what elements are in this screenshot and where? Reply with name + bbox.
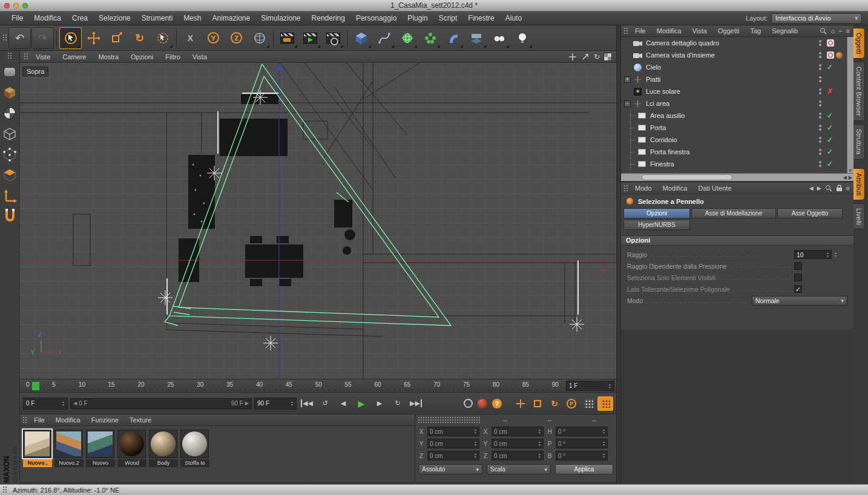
timeline-scrubber[interactable] <box>31 381 40 391</box>
light-button[interactable] <box>511 27 533 49</box>
range-start-grip-icon[interactable]: ◀ <box>73 401 77 406</box>
deformer-button[interactable] <box>442 27 464 49</box>
window-controls[interactable] <box>4 3 28 8</box>
coordinate-mode-dropdown[interactable]: Assoluto▾ <box>418 464 482 474</box>
lock-z-button[interactable]: Z <box>225 27 248 49</box>
collapse-expand-icon[interactable]: − <box>624 100 631 107</box>
visibility-dots[interactable] <box>816 40 824 46</box>
render-view-button[interactable] <box>276 27 298 49</box>
tollerante-checkbox[interactable] <box>794 285 802 293</box>
vertical-scrollbar[interactable] <box>847 37 853 173</box>
stepper-icon[interactable] <box>474 428 477 434</box>
make-editable-button[interactable] <box>1 64 19 80</box>
tab-oggetti[interactable]: Oggetti <box>853 28 865 59</box>
size-y-field[interactable]: 0 cm <box>492 439 544 448</box>
material-thumbnail[interactable] <box>180 430 209 458</box>
om-menu-file[interactable]: File <box>630 27 651 34</box>
visibility-dots[interactable] <box>816 88 824 94</box>
tab-attributi[interactable]: Attributi <box>853 168 865 200</box>
timeline-ruler[interactable]: 0510 152025 303540 455055 606570 758085 … <box>20 379 616 392</box>
om-menu-oggetti[interactable]: Oggetti <box>713 27 744 34</box>
material-thumbnail[interactable] <box>117 430 146 458</box>
keying-help-button[interactable]: ? <box>492 399 502 408</box>
stepper-icon[interactable] <box>62 401 65 407</box>
menu-file[interactable]: File <box>6 14 28 22</box>
camera-button[interactable] <box>488 27 510 49</box>
scale-button[interactable] <box>105 27 128 49</box>
am-menu-modo[interactable]: Modo <box>630 185 657 192</box>
materials-grip[interactable] <box>22 416 28 424</box>
tab-asse-oggetto[interactable]: Asse Oggetto <box>777 208 843 218</box>
visibility-dots[interactable] <box>816 52 824 58</box>
vp-menu-vista[interactable]: Vista <box>187 53 212 61</box>
timeline-range-slider[interactable]: ◀0 F 90 F▶ <box>70 398 252 409</box>
menu-strumenti[interactable]: Strumenti <box>136 14 178 22</box>
lock-y-button[interactable]: Y <box>202 27 225 49</box>
menu-aiuto[interactable]: Aiuto <box>500 14 527 22</box>
menu-finestre[interactable]: Finestre <box>462 14 499 22</box>
model-mode-button[interactable] <box>1 84 19 101</box>
object-manager-grip[interactable] <box>623 27 629 35</box>
primitive-cube-button[interactable] <box>350 27 372 49</box>
stepper-icon[interactable] <box>474 441 477 447</box>
compositing-tag-icon[interactable]: ✓ <box>827 148 833 156</box>
attributes-grip[interactable] <box>623 185 629 192</box>
key-position-button[interactable] <box>513 396 528 411</box>
autokey-button[interactable] <box>478 399 487 408</box>
target-tag-icon[interactable] <box>827 39 834 47</box>
nurbs-button[interactable] <box>396 27 418 49</box>
material-thumbnail[interactable] <box>86 430 114 458</box>
size-z-field[interactable]: 0 cm <box>492 451 544 461</box>
close-button[interactable] <box>4 3 10 8</box>
history-forward-icon[interactable]: ▶ <box>817 185 821 191</box>
statusbar-grip[interactable] <box>2 486 8 494</box>
compositing-tag-icon[interactable]: ✓ <box>827 111 833 120</box>
object-row[interactable]: Finestra ✓ <box>621 158 846 170</box>
vp-menu-camere[interactable]: Camere <box>57 53 91 61</box>
vp-menu-filtro[interactable]: Filtro <box>160 53 185 61</box>
key-rotation-button[interactable]: ↻ <box>547 396 562 411</box>
object-row[interactable]: + Piatti <box>621 73 846 85</box>
next-frame-button[interactable]: ▶ <box>372 396 387 411</box>
object-row[interactable]: Camera vista d'insieme <box>621 49 846 61</box>
visibility-dots[interactable] <box>816 125 824 131</box>
tab-hypernurbs[interactable]: HyperNURBS <box>623 220 690 230</box>
visibility-dots[interactable] <box>816 137 824 143</box>
vp-menu-viste[interactable]: Viste <box>30 53 56 61</box>
visibility-dots[interactable] <box>816 76 824 82</box>
mat-menu-modifica[interactable]: Modifica <box>51 416 85 424</box>
material-item[interactable]: Nuovo.2 <box>54 430 84 467</box>
size-mode-dropdown[interactable]: Scala▾ <box>487 464 551 474</box>
visibility-dots[interactable] <box>816 113 824 119</box>
rotate-view-icon[interactable]: ↻ <box>594 53 600 61</box>
compositing-tag-icon[interactable]: ✓ <box>827 160 833 168</box>
stepper-icon[interactable] <box>538 441 541 447</box>
redo-button[interactable]: ↷ <box>31 27 54 49</box>
search-icon[interactable] <box>820 27 827 34</box>
current-frame-field[interactable]: 0 F <box>23 398 68 410</box>
undo-button[interactable]: ↶ <box>8 27 31 49</box>
rot-h-field[interactable]: 0 ° <box>556 427 608 436</box>
view-name-label[interactable]: Sopra <box>22 67 48 76</box>
material-thumbnail[interactable] <box>149 430 177 458</box>
render-picture-viewer-button[interactable] <box>299 27 321 49</box>
toolbar-grip[interactable] <box>2 34 8 42</box>
lock-x-button[interactable]: X <box>179 27 202 49</box>
stepper-icon[interactable] <box>602 441 605 447</box>
pos-x-field[interactable]: 0 cm <box>427 427 479 436</box>
pos-y-field[interactable]: 0 cm <box>427 439 479 448</box>
mode-toolbar-grip[interactable] <box>7 52 13 60</box>
horizontal-scrollbar[interactable]: ◀▶ <box>621 173 853 181</box>
floor-button[interactable] <box>465 27 487 49</box>
object-row[interactable]: Porta finestra ✓ <box>621 146 846 158</box>
vp-menu-mostra[interactable]: Mostra <box>93 53 124 61</box>
material-thumbnail[interactable] <box>54 430 83 458</box>
rot-b-field[interactable]: 0 ° <box>556 451 608 461</box>
play-button[interactable]: ▶ <box>353 396 369 411</box>
scroll-left-icon[interactable]: ◀ <box>843 175 847 180</box>
zoom-button[interactable] <box>22 3 28 8</box>
object-row[interactable]: − Lci area <box>621 97 846 110</box>
section-header[interactable]: Opzioni <box>621 235 853 246</box>
texture-mode-button[interactable] <box>1 105 19 122</box>
om-menu-segnalib[interactable]: Segnalib <box>767 27 803 34</box>
